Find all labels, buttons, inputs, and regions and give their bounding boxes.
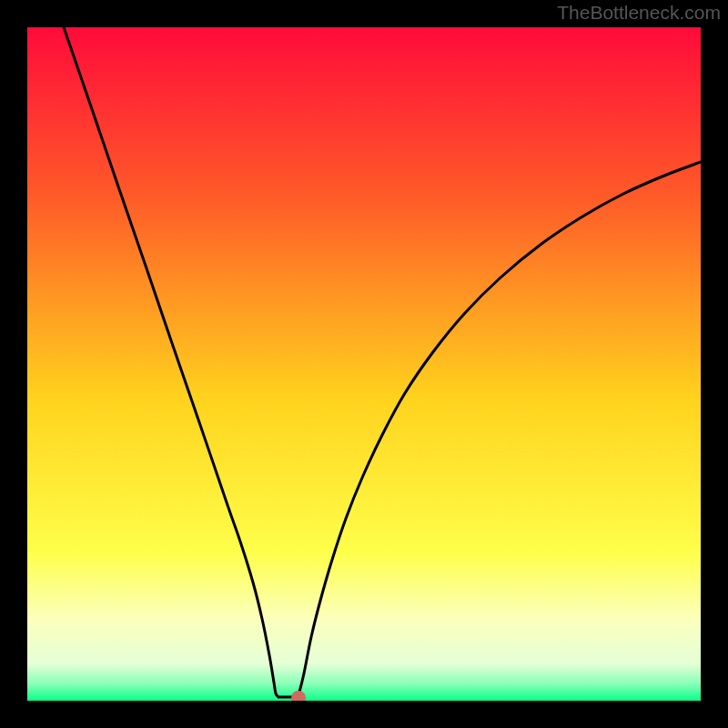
chart-container: { "attribution": "TheBottleneck.com", "c… — [0, 0, 728, 728]
gradient-background — [27, 27, 701, 701]
optimum-marker — [291, 691, 306, 705]
bottleneck-chart — [0, 0, 728, 728]
attribution-text: TheBottleneck.com — [557, 2, 721, 24]
